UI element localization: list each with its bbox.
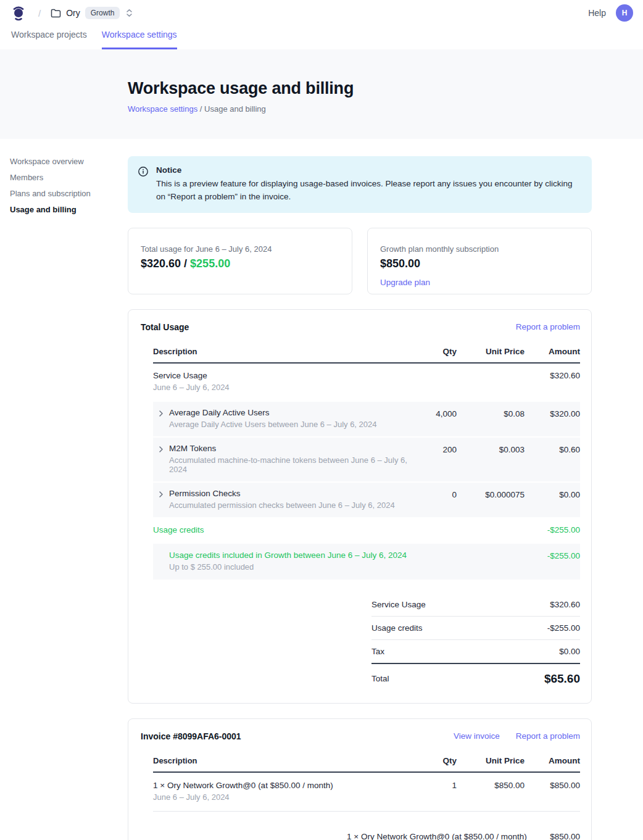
table-row-usage-credits-detail: Usage credits included in Growth between… [153,544,580,580]
expand-chevron-icon[interactable] [153,444,169,452]
workspace-name: Ory [66,8,80,18]
tab-workspace-projects[interactable]: Workspace projects [11,26,87,49]
total-usage-card-title: Total Usage [141,322,189,332]
total-usage-summary-label: Total usage for June 6 – July 6, 2024 [141,244,339,254]
invoice-table-header: Description Qty Unit Price Amount [153,756,580,773]
service-usage-title: Service Usage [153,371,407,380]
sidebar-item-usage-and-billing[interactable]: Usage and billing [10,206,128,214]
table-row-average-daily-active-users: Average Daily Active Users Average Daily… [153,402,580,436]
total-usage-card: Total Usage Report a problem Description… [128,309,592,704]
upgrade-plan-link[interactable]: Upgrade plan [380,278,430,287]
info-icon [138,165,149,204]
line-item-qty: 0 [407,489,457,499]
line-item-unit-price: $0.08 [457,408,525,418]
notice-banner: Notice This is a preview feature for dis… [128,156,592,213]
help-link[interactable]: Help [588,8,606,18]
sidebar-item-plans-and-subscription[interactable]: Plans and subscription [10,189,128,198]
invoice-line-qty: 1 [407,781,457,790]
totals-row-tax: Tax $0.00 [371,640,580,664]
usage-table-header: Description Qty Unit Price Amount [153,347,580,364]
line-item-qty: 4,000 [407,408,457,418]
expand-chevron-icon[interactable] [153,489,169,497]
tab-workspace-settings[interactable]: Workspace settings [102,26,177,49]
report-problem-link-invoice[interactable]: Report a problem [516,731,580,741]
workspace-switcher[interactable]: Ory Growth [51,7,133,19]
line-item-subtitle: Accumulated permission checks between Ju… [169,501,395,510]
table-row-m2m-tokens: M2M Tokens Accumulated machine-to-machin… [153,438,580,481]
col-unit-price: Unit Price [457,347,525,356]
invoice-line-title: 1 × Ory Network Growth@0 (at $850.00 / m… [153,781,407,790]
page-title: Workspace usage and billing [128,79,643,98]
service-usage-period: June 6 – July 6, 2024 [153,383,407,392]
plan-badge: Growth [85,7,120,19]
invoice-line-amount: $850.00 [525,781,580,790]
invoice-line-unit-price: $850.00 [457,781,525,790]
topbar: / Ory Growth Help H [0,0,643,26]
page-header: Workspace usage and billing Workspace se… [0,49,643,139]
totals-row-grand-total: Total $65.60 [371,664,580,686]
breadcrumb-separator: / [197,104,204,114]
ory-logo-icon[interactable] [10,4,27,22]
table-row-invoice-line: 1 × Ory Network Growth@0 (at $850.00 / m… [153,773,580,812]
table-row-permission-checks: Permission Checks Accumulated permission… [153,483,580,517]
sidebar-item-workspace-overview[interactable]: Workspace overview [10,157,128,166]
table-row-usage-credits: Usage credits -$255.00 [153,517,580,543]
usage-totals: Service Usage $320.60 Usage credits -$25… [371,593,580,686]
line-item-amount: $320.00 [525,408,580,418]
invoice-table: Description Qty Unit Price Amount 1 × Or… [153,756,580,840]
breadcrumb-link-workspace-settings[interactable]: Workspace settings [128,104,197,114]
usage-credit-amount: $255.00 [190,257,230,270]
col-amount: Amount [525,347,580,356]
chevron-up-down-icon[interactable] [126,9,133,17]
line-item-subtitle: Average Daily Active Users between June … [169,420,377,429]
credits-detail-title: Usage credits included in Growth between… [169,551,407,560]
col-unit-price: Unit Price [457,756,525,765]
col-description: Description [153,347,407,356]
sidebar-item-members[interactable]: Members [10,173,128,182]
line-item-subtitle: Accumulated machine-to-machine tokens be… [169,455,407,474]
plan-subscription-card: Growth plan monthly subscription $850.00… [367,228,592,294]
totals-row-usage-credits: Usage credits -$255.00 [371,617,580,640]
notice-body: This is a preview feature for displaying… [156,178,579,204]
line-item-amount: $0.00 [525,489,580,499]
breadcrumb-current: Usage and billing [204,104,266,114]
invoice-card-title: Invoice #8099AFA6-0001 [141,731,241,741]
line-item-title: M2M Tokens [169,444,407,453]
totals-row-service-usage: Service Usage $320.60 [371,593,580,617]
topbar-slash: / [38,8,41,19]
usage-credits-title: Usage credits [153,525,407,534]
settings-sidebar: Workspace overview Members Plans and sub… [10,156,128,214]
total-usage-summary-amount: $320.60 / $255.00 [141,257,339,270]
expand-chevron-icon[interactable] [153,408,169,417]
credits-detail-subtitle: Up to $ 255.00 included [169,562,407,572]
col-description: Description [153,756,407,765]
line-item-title: Average Daily Active Users [169,408,377,417]
col-qty: Qty [407,756,457,765]
invoice-totals: 1 × Ory Network Growth@0 (at $850.00 / m… [347,825,580,840]
notice-title: Notice [156,165,579,175]
breadcrumb: Workspace settings / Usage and billing [128,104,643,114]
invoice-card: Invoice #8099AFA6-0001 View invoice Repo… [128,718,592,840]
workspace-tabs: Workspace projects Workspace settings [0,26,643,49]
view-invoice-link[interactable]: View invoice [454,731,500,741]
line-item-amount: $0.60 [525,444,580,454]
totals-row-subscription: 1 × Ory Network Growth@0 (at $850.00 / m… [347,825,580,840]
avatar[interactable]: H [616,4,633,22]
line-item-unit-price: $0.000075 [457,489,525,499]
line-item-unit-price: $0.003 [457,444,525,454]
table-row-service-usage: Service Usage June 6 – July 6, 2024 $320… [153,364,580,401]
line-item-title: Permission Checks [169,489,395,498]
service-usage-amount: $320.60 [525,371,580,380]
usage-table: Description Qty Unit Price Amount Servic… [153,347,580,686]
folder-icon [51,9,61,18]
credits-detail-amount: -$255.00 [525,551,580,560]
report-problem-link-usage[interactable]: Report a problem [516,322,580,331]
col-qty: Qty [407,347,457,356]
total-usage-summary-card: Total usage for June 6 – July 6, 2024 $3… [128,228,352,294]
plan-subscription-amount: $850.00 [380,257,579,270]
invoice-line-period: June 6 – July 6, 2024 [153,792,407,802]
usage-credits-amount: -$255.00 [525,525,580,534]
line-item-qty: 200 [407,444,457,454]
plan-subscription-label: Growth plan monthly subscription [380,244,579,254]
col-amount: Amount [525,756,580,765]
